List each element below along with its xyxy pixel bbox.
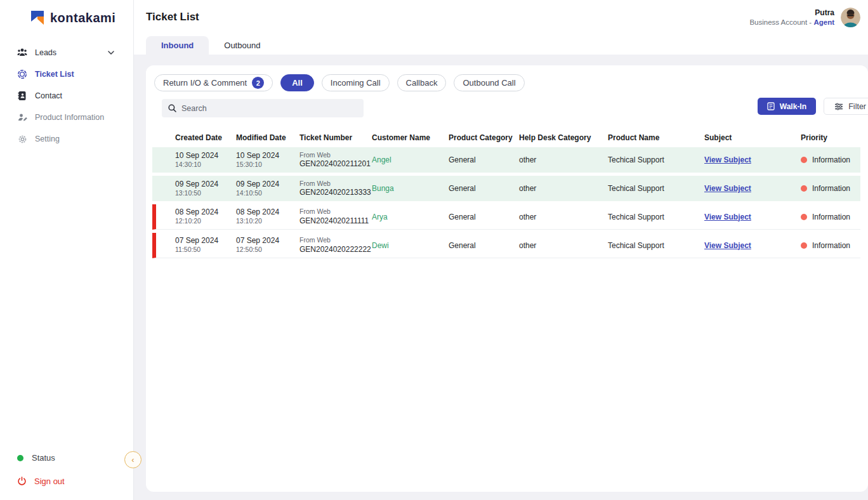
modified-date-cell: 10 Sep 2024 15:30:10 xyxy=(236,151,299,169)
gear-icon xyxy=(17,134,27,144)
ticket-number-cell: From Web GEN2024020222222 xyxy=(299,236,372,254)
table-row[interactable]: 08 Sep 2024 12:10:20 08 Sep 2024 13:10:2… xyxy=(152,204,860,230)
priority-cell: Information xyxy=(801,213,860,221)
priority-dot-icon xyxy=(801,214,807,220)
sidebar-bottom: Status Sign out xyxy=(0,453,133,500)
ticket-card: Return I/O & Comment 2 All Incoming Call… xyxy=(146,65,868,492)
created-date-cell: 10 Sep 2024 14:30:10 xyxy=(175,151,236,169)
product-category-cell: General xyxy=(449,184,519,193)
filter-button[interactable]: Filter xyxy=(824,98,868,115)
help-desk-category-cell: other xyxy=(519,184,608,193)
priority-cell: Information xyxy=(801,184,860,193)
sidebar-item-label: Product Information xyxy=(35,113,104,122)
customer-name-cell: Bunga xyxy=(372,184,449,193)
count-badge: 2 xyxy=(252,77,264,89)
product-category-cell: General xyxy=(449,155,519,164)
column-header-modified-date: Modified Date xyxy=(236,133,299,142)
walk-in-label: Walk-In xyxy=(780,102,806,111)
walk-in-button[interactable]: Walk-In xyxy=(758,98,816,115)
content-panel: Return I/O & Comment 2 All Incoming Call… xyxy=(134,55,868,500)
sidebar-item-leads[interactable]: Leads xyxy=(0,42,133,63)
priority-dot-icon xyxy=(801,157,807,163)
modified-date-cell: 08 Sep 2024 13:10:20 xyxy=(236,207,299,225)
user-separator: - xyxy=(809,18,812,26)
user-block[interactable]: Putra Business Account - Agent xyxy=(749,8,860,28)
kontakami-logo-icon xyxy=(30,10,44,25)
priority-dot-icon xyxy=(801,242,807,249)
subject-cell: View Subject xyxy=(704,241,801,250)
table-header: Created Date Modified Date Ticket Number… xyxy=(152,128,860,147)
view-subject-link[interactable]: View Subject xyxy=(704,155,751,164)
customer-name-cell: Angel xyxy=(372,155,449,164)
walk-in-doc-icon xyxy=(767,102,775,110)
column-header-ticket-number: Ticket Number xyxy=(299,133,372,142)
modified-date-cell: 09 Sep 2024 14:10:50 xyxy=(236,180,299,197)
tabstrip: Inbound Outbound xyxy=(134,36,868,55)
brand-logo: kontakami xyxy=(0,0,133,25)
tab-outbound[interactable]: Outbound xyxy=(209,36,275,55)
created-date-cell: 07 Sep 2024 11:50:50 xyxy=(175,236,236,254)
table-row[interactable]: 10 Sep 2024 14:30:10 10 Sep 2024 15:30:1… xyxy=(152,147,860,173)
product-name-cell: Techical Support xyxy=(608,184,704,193)
chevron-down-icon[interactable] xyxy=(108,51,114,55)
help-desk-category-cell: other xyxy=(519,155,608,164)
column-header-help-desk-category: Help Desk Category xyxy=(519,133,608,142)
sidebar-item-contact[interactable]: Contact xyxy=(0,85,133,107)
sidebar-item-ticket-list[interactable]: Ticket List xyxy=(0,63,133,85)
sidebar-item-label: Ticket List xyxy=(35,70,74,79)
contact-book-icon xyxy=(17,91,27,101)
column-header-priority: Priority xyxy=(801,133,860,142)
subject-cell: View Subject xyxy=(704,184,801,193)
chip-return-io-comment[interactable]: Return I/O & Comment 2 xyxy=(154,74,273,91)
help-desk-category-cell: other xyxy=(519,241,608,250)
sidebar-item-label: Leads xyxy=(35,48,56,57)
brand-name: kontakami xyxy=(50,11,115,25)
people-icon xyxy=(17,48,27,58)
table-row[interactable]: 07 Sep 2024 11:50:50 07 Sep 2024 12:50:5… xyxy=(152,233,860,258)
search-input[interactable] xyxy=(181,104,357,113)
created-date-cell: 09 Sep 2024 13:10:50 xyxy=(175,180,236,197)
created-date-cell: 08 Sep 2024 12:10:20 xyxy=(175,207,236,225)
table-row[interactable]: 09 Sep 2024 13:10:50 09 Sep 2024 14:10:5… xyxy=(152,176,860,201)
sign-out-label: Sign out xyxy=(34,477,65,486)
status-dot-icon xyxy=(17,455,23,461)
priority-cell: Information xyxy=(801,241,860,250)
avatar[interactable] xyxy=(841,8,860,27)
chip-all[interactable]: All xyxy=(280,74,314,91)
view-subject-link[interactable]: View Subject xyxy=(704,184,751,193)
modified-date-cell: 07 Sep 2024 12:50:50 xyxy=(236,236,299,254)
product-name-cell: Techical Support xyxy=(608,241,704,250)
product-category-cell: General xyxy=(449,241,519,250)
chip-callback[interactable]: Callback xyxy=(397,74,447,91)
sign-out-button[interactable]: Sign out xyxy=(17,477,133,486)
product-name-cell: Techical Support xyxy=(608,213,704,221)
customer-name-cell: Arya xyxy=(372,213,449,221)
table-toolbar: Walk-In Filter xyxy=(146,98,868,119)
sidebar-item-setting[interactable]: Setting xyxy=(0,128,133,150)
tab-inbound[interactable]: Inbound xyxy=(146,36,209,55)
filter-label: Filter xyxy=(848,102,866,111)
table-body: 10 Sep 2024 14:30:10 10 Sep 2024 15:30:1… xyxy=(146,147,868,258)
view-subject-link[interactable]: View Subject xyxy=(704,213,751,221)
chip-outbound-call[interactable]: Outbound Call xyxy=(454,74,524,91)
sidebar-item-product-information[interactable]: Product Information xyxy=(0,107,133,128)
search-box[interactable] xyxy=(162,99,364,117)
chip-incoming-call[interactable]: Incoming Call xyxy=(322,74,390,91)
sidebar-nav: Leads Ticket List Contact Product Inform… xyxy=(0,42,133,150)
subject-cell: View Subject xyxy=(704,155,801,164)
user-account-type: Business Account xyxy=(749,18,807,26)
ticket-number-cell: From Web GEN2024020211201 xyxy=(299,151,372,169)
subject-cell: View Subject xyxy=(704,213,801,221)
main-area: Ticket List Putra Business Account - Age… xyxy=(134,0,868,500)
ticket-number-cell: From Web GEN2024020211111 xyxy=(299,207,372,225)
column-header-product-name: Product Name xyxy=(608,133,704,142)
help-desk-category-cell: other xyxy=(519,213,608,221)
customer-name-cell: Dewi xyxy=(372,241,449,250)
sidebar: kontakami Leads Ticket List Contact xyxy=(0,0,134,500)
priority-dot-icon xyxy=(801,185,807,192)
view-subject-link[interactable]: View Subject xyxy=(704,241,751,250)
ticket-icon xyxy=(17,69,27,79)
sidebar-collapse-button[interactable]: ‹ xyxy=(124,451,141,468)
power-icon xyxy=(17,477,27,486)
product-category-cell: General xyxy=(449,213,519,221)
